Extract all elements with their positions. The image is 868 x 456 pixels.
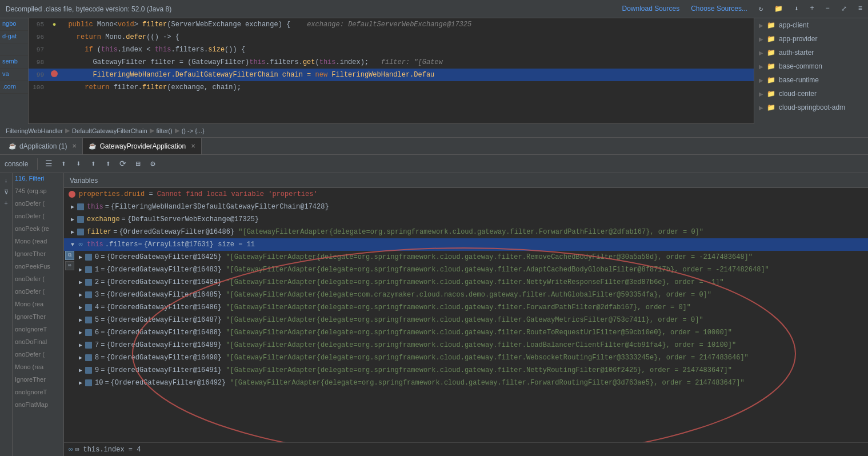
bottom-var: ∞ ∞ this.index = 4 bbox=[64, 442, 868, 456]
choose-sources-link[interactable]: Choose Sources... bbox=[691, 5, 747, 13]
field-icon-exchange bbox=[77, 215, 85, 223]
side-icons: ↓ ⊽ + bbox=[0, 173, 13, 456]
left-sidebar: ngbo d-gat semb va .com bbox=[0, 18, 29, 124]
copy-icon-area: ⧉ ∞ bbox=[64, 251, 75, 270]
var-item-6[interactable]: ▶ 6 = {OrderedGatewayFilter@16488} "[Gat… bbox=[64, 326, 868, 339]
var-item-3[interactable]: ▶ 3 = {OrderedGatewayFilter@16485} "[Gat… bbox=[64, 289, 868, 301]
variables-content: properties.druid = Cannot find local var… bbox=[64, 188, 868, 389]
field-icon-filter bbox=[77, 228, 85, 236]
folder-icon-auth-starter: 📁 bbox=[767, 49, 775, 57]
folder-icon-app-provider: 📁 bbox=[767, 35, 775, 43]
folder-icon[interactable]: 📁 bbox=[774, 5, 783, 13]
breadcrumb-part-2: DefaultGatewayFilterChain bbox=[72, 127, 147, 134]
var-this-filters[interactable]: ▼ ∞ this .filters = {ArrayList@17631} si… bbox=[64, 238, 868, 251]
maximize-icon[interactable]: ⤢ bbox=[841, 5, 847, 13]
sidebar-item-app-provider[interactable]: ▶ 📁 app-provider bbox=[754, 32, 868, 46]
step-left-btn[interactable]: ⬆ bbox=[87, 158, 99, 170]
tab-dapplication[interactable]: ☕ dApplication (1) ✕ bbox=[3, 138, 83, 154]
tab-close-1[interactable]: ✕ bbox=[72, 143, 77, 149]
download-sources-link[interactable]: Download Sources bbox=[622, 5, 679, 13]
left-item: onoDefer ( bbox=[13, 211, 63, 223]
sidebar-item-base-common[interactable]: ▶ 📁 base-common bbox=[754, 59, 868, 73]
var-exchange[interactable]: ▶ exchange = {DefaultServerWebExchange@1… bbox=[64, 213, 868, 226]
var-item-7[interactable]: ▶ 7 = {OrderedGatewayFilter@16489} "[Gat… bbox=[64, 339, 868, 351]
tab-label-1: dApplication (1) bbox=[19, 142, 67, 150]
left-item: IgnoreTher bbox=[13, 374, 63, 387]
left-item: Mono (read bbox=[13, 236, 63, 249]
breadcrumb: FilteringWebHandler ▶ DefaultGatewayFilt… bbox=[0, 124, 868, 138]
left-item: onoFlatMap bbox=[13, 399, 63, 412]
add-icon[interactable]: + bbox=[1, 198, 11, 209]
cycle-btn[interactable]: ⟳ bbox=[117, 158, 129, 170]
field-icon-5 bbox=[85, 316, 93, 324]
var-item-9[interactable]: ▶ 9 = {OrderedGatewayFilter@16491} "[Gat… bbox=[64, 364, 868, 377]
sidebar-item-cloud-springboot[interactable]: ▶ 📁 cloud-springboot-adm bbox=[754, 101, 868, 114]
left-item: onoPeekFus bbox=[13, 261, 63, 274]
error-dot bbox=[69, 191, 75, 198]
left-item: IgnoreTher bbox=[13, 249, 63, 261]
menu-icon[interactable]: ≡ bbox=[858, 5, 862, 13]
tab-gateway[interactable]: ☕ GatewayProviderApplication ✕ bbox=[83, 138, 202, 154]
left-item: onoDefer ( bbox=[13, 286, 63, 299]
copy-btn[interactable]: ⧉ bbox=[65, 251, 74, 260]
left-item: onoDoFinal bbox=[13, 337, 63, 349]
right-sidebar: ▶ 📁 app-client ▶ 📁 app-provider ▶ 📁 auth… bbox=[754, 18, 868, 124]
left-item: onoIgnoreT bbox=[13, 387, 63, 399]
tab-label-2: GatewayProviderApplication bbox=[99, 142, 186, 150]
watch-btn[interactable]: ∞ bbox=[65, 261, 74, 270]
plus-icon[interactable]: + bbox=[810, 5, 814, 13]
var-item-1[interactable]: ▶ 1 = {OrderedGatewayFilter@16483} "[Gat… bbox=[64, 263, 868, 276]
folder-icon-cloud-center: 📁 bbox=[767, 90, 775, 98]
step-up-btn[interactable]: ⬆ bbox=[57, 158, 70, 170]
watch-icon: ∞ bbox=[77, 241, 85, 249]
sidebar-label-base-runtime: base-runtime bbox=[779, 76, 819, 84]
variables-title: Variables bbox=[70, 177, 98, 185]
tab-close-2[interactable]: ✕ bbox=[191, 143, 195, 149]
ls-item bbox=[0, 43, 28, 56]
grid-btn[interactable]: ⊞ bbox=[131, 158, 144, 170]
var-item-5[interactable]: ▶ 5 = {OrderedGatewayFilter@16487} "[Gat… bbox=[64, 314, 868, 326]
filter-icon[interactable]: ⊽ bbox=[1, 187, 11, 197]
sidebar-item-auth-starter[interactable]: ▶ 📁 auth-starter bbox=[754, 46, 868, 59]
code-line-99: 99 FilteringWebHandler.DefaultGatewayFil… bbox=[29, 69, 754, 81]
folder-icon-base-runtime: 📁 bbox=[767, 76, 775, 84]
sidebar-item-cloud-center[interactable]: ▶ 📁 cloud-center bbox=[754, 87, 868, 101]
step-right-btn[interactable]: ⬆ bbox=[102, 158, 114, 170]
settings-btn[interactable]: ⚙ bbox=[146, 158, 159, 170]
left-item: 116, Filteri bbox=[13, 173, 63, 186]
code-lines: 95 ● public Mono<void> filter(ServerWebE… bbox=[29, 18, 754, 94]
ls-item: semb bbox=[0, 56, 28, 69]
ls-item: ngbo bbox=[0, 18, 28, 31]
down-arrow-icon[interactable]: ↓ bbox=[1, 175, 11, 186]
var-item-0[interactable]: ▶ 0 = {OrderedGatewayFilter@16425} "[Gat… bbox=[64, 251, 868, 263]
sidebar-label-app-client: app-client bbox=[779, 21, 809, 29]
watch-bottom-icon: ∞ bbox=[69, 446, 73, 454]
sidebar-label-base-common: base-common bbox=[779, 62, 822, 70]
field-icon-4 bbox=[85, 303, 93, 311]
bottom-var-text: ∞ this.index = 4 bbox=[75, 446, 141, 454]
left-item: Mono (rea bbox=[13, 362, 63, 374]
ls-item: .com bbox=[0, 81, 28, 94]
variables-header: Variables bbox=[64, 173, 868, 188]
hamburger-btn[interactable]: ☰ bbox=[42, 158, 55, 170]
sidebar-item-app-client[interactable]: ▶ 📁 app-client bbox=[754, 18, 868, 32]
var-item-2[interactable]: ▶ 2 = {OrderedGatewayFilter@16484} "[Gat… bbox=[64, 276, 868, 289]
download-icon[interactable]: ⬇ bbox=[794, 5, 798, 13]
var-filter[interactable]: ▶ filter = {OrderedGatewayFilter@16486} … bbox=[64, 226, 868, 238]
sidebar-item-base-runtime[interactable]: ▶ 📁 base-runtime bbox=[754, 73, 868, 87]
decompiled-text: Decompiled .class file, bytecode version… bbox=[6, 5, 171, 13]
refresh-icon[interactable]: ↻ bbox=[759, 5, 763, 13]
code-line-95: 95 ● public Mono<void> filter(ServerWebE… bbox=[29, 18, 754, 31]
sidebar-label-cloud-springboot: cloud-springboot-adm bbox=[779, 103, 845, 111]
step-down-btn[interactable]: ⬇ bbox=[72, 158, 85, 170]
field-icon-3 bbox=[85, 291, 93, 299]
left-item: onoPeek (re bbox=[13, 223, 63, 236]
var-item-10[interactable]: ▶ 10 = {OrderedGatewayFilter@16492} "[Ga… bbox=[64, 377, 868, 389]
field-icon-8 bbox=[85, 354, 93, 362]
var-item-4[interactable]: ▶ 4 = {OrderedGatewayFilter@16486} "[Gat… bbox=[64, 301, 868, 314]
var-this[interactable]: ▶ this = {FilteringWebHandler$DefaultGat… bbox=[64, 201, 868, 213]
var-item-8[interactable]: ▶ 8 = {OrderedGatewayFilter@16490} "[Gat… bbox=[64, 351, 868, 364]
debug-toolbar: console ☰ ⬆ ⬇ ⬆ ⬆ ⟳ ⊞ ⚙ bbox=[0, 155, 868, 173]
folder-icon-cloud-springboot: 📁 bbox=[767, 103, 775, 111]
minus-icon[interactable]: − bbox=[826, 5, 830, 13]
